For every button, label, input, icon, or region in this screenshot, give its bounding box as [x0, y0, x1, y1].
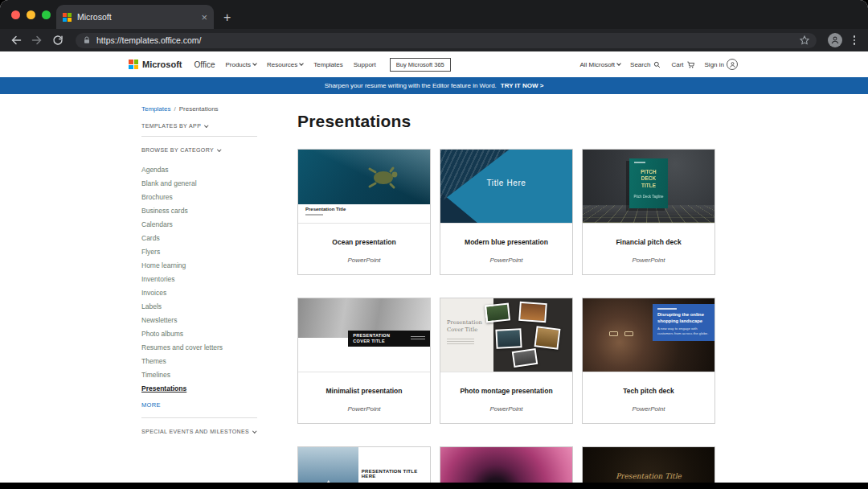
category-resumes-and-cover-letters[interactable]: Resumes and cover letters — [141, 341, 257, 355]
category-inventories[interactable]: Inventories — [141, 273, 257, 286]
address-bar[interactable]: https://templates.office.com/ — [76, 33, 817, 48]
slide-title: Disrupting the online shopping landscape — [657, 312, 710, 324]
nav-templates[interactable]: Templates — [313, 61, 342, 68]
template-card-partial-2[interactable]: Contoso — [440, 446, 573, 483]
nav-support[interactable]: Support — [354, 61, 376, 68]
slide-title: PRESENTATION COVER TITLE — [353, 333, 407, 344]
buy-microsoft-365-button[interactable]: Buy Microsoft 365 — [390, 58, 451, 72]
category-labels[interactable]: Labels — [141, 300, 257, 314]
slide-title: Presentation Cover Title — [447, 319, 485, 334]
nav-resources[interactable]: Resources — [267, 61, 303, 68]
slide-subtitle: A new way to engage with customers from … — [657, 327, 710, 336]
category-presentations-active[interactable]: Presentations — [141, 382, 257, 396]
template-card-financial-pitch-deck[interactable]: PITCH DECK TITLE Pitch Deck Tagline Fina… — [582, 149, 715, 275]
browser-window: Microsoft × + https://templates.office.c… — [0, 0, 868, 483]
slide-title: PRESENTATION TITLE HERE — [362, 469, 425, 479]
template-app: PowerPoint — [301, 405, 427, 413]
url-text[interactable]: https://templates.office.com/ — [96, 35, 794, 45]
chevron-down-icon — [217, 147, 221, 151]
cart-icon — [686, 60, 695, 69]
template-name: Financial pitch deck — [586, 238, 711, 246]
category-business-cards[interactable]: Business cards — [141, 204, 257, 218]
slide-title: PITCH DECK TITLE — [629, 169, 668, 189]
breadcrumb: Templates / Presentations — [141, 105, 257, 113]
category-brochures[interactable]: Brochures — [141, 191, 257, 204]
microsoft-home-link[interactable]: Microsoft — [129, 60, 182, 69]
category-themes[interactable]: Themes — [141, 355, 257, 368]
browser-menu-icon[interactable] — [850, 34, 859, 47]
template-card-tech-pitch-deck[interactable]: Disrupting the online shopping landscape… — [582, 298, 715, 424]
template-card-ocean[interactable]: Presentation Title Ocean presentation Po… — [297, 149, 431, 275]
window-controls — [11, 10, 51, 19]
template-card-photo-montage[interactable]: Presentation Cover Title Photo montage p… — [440, 298, 573, 424]
all-microsoft-menu[interactable]: All Microsoft — [579, 61, 620, 68]
template-app: PowerPoint — [444, 257, 569, 264]
category-timelines[interactable]: Timelines — [141, 368, 257, 382]
polaroid-photo — [512, 348, 538, 368]
lock-icon — [82, 35, 92, 45]
cart-button[interactable]: Cart — [671, 60, 694, 69]
template-app: PowerPoint — [586, 405, 711, 413]
template-card-minimalist[interactable]: PRESENTATION COVER TITLE Minimalist pres… — [297, 298, 431, 424]
category-blank-and-general[interactable]: Blank and general — [141, 177, 257, 191]
window-minimize-button[interactable] — [27, 10, 35, 19]
chevron-down-icon — [205, 123, 209, 127]
section-browse-by-category[interactable]: BROWSE BY CATEGORY — [141, 137, 257, 160]
microsoft-wordmark: Microsoft — [142, 60, 182, 69]
template-app: PowerPoint — [301, 257, 427, 264]
forward-icon[interactable] — [31, 34, 43, 47]
header-nav: Products Resources Templates Support Buy… — [225, 58, 450, 72]
thumbnail-tech: Disrupting the online shopping landscape… — [583, 298, 714, 372]
slide-subtitle: Pitch Deck Tagline — [629, 195, 668, 199]
breadcrumb-templates-link[interactable]: Templates — [141, 105, 170, 113]
main-area: Presentations Presentation Title — [297, 94, 717, 483]
web-page: Microsoft Office Products Resources Temp… — [0, 51, 868, 483]
refresh-icon[interactable] — [51, 34, 64, 47]
category-newsletters[interactable]: Newsletters — [141, 314, 257, 327]
turtle-graphic — [366, 166, 402, 190]
tab-close-icon[interactable]: × — [201, 12, 207, 23]
window-zoom-button[interactable] — [42, 10, 51, 19]
glasses-graphic — [609, 331, 618, 336]
browser-tab[interactable]: Microsoft × — [56, 5, 214, 29]
back-icon[interactable] — [10, 34, 23, 47]
more-link[interactable]: MORE — [141, 401, 161, 409]
thumbnail-dark-script: Presentation Title — [583, 447, 714, 483]
polaroid-photo — [495, 328, 522, 349]
section-templates-by-app[interactable]: TEMPLATES BY APP — [141, 113, 257, 136]
category-flyers[interactable]: Flyers — [141, 245, 257, 259]
chevron-down-icon — [252, 61, 257, 66]
account-button[interactable]: Sign in — [705, 59, 738, 70]
window-close-button[interactable] — [11, 10, 20, 19]
category-cards[interactable]: Cards — [141, 232, 257, 245]
category-home-learning[interactable]: Home learning — [141, 259, 257, 273]
thumbnail-financial: PITCH DECK TITLE Pitch Deck Tagline — [583, 150, 714, 224]
search-button[interactable]: Search — [630, 60, 661, 69]
breadcrumb-current: Presentations — [179, 105, 219, 113]
slide-title-strip: Presentation Title — [298, 204, 430, 223]
section-special-events[interactable]: SPECIAL EVENTS AND MILESTONES — [141, 418, 257, 442]
new-tab-button[interactable]: + — [223, 10, 231, 25]
browser-profile-avatar[interactable] — [828, 33, 842, 47]
template-app: PowerPoint — [444, 405, 569, 413]
promo-cta-link[interactable]: TRY IT NOW > — [501, 82, 544, 89]
bookmark-star-icon[interactable] — [799, 35, 810, 46]
office-label[interactable]: Office — [194, 60, 215, 69]
template-card-partial-1[interactable]: PRESENTATION TITLE HERE — [297, 446, 431, 483]
category-invoices[interactable]: Invoices — [141, 286, 257, 300]
template-card-modern-blue[interactable]: Title Here Modern blue presentation Powe… — [440, 149, 573, 275]
mountain-photo-graphic — [298, 447, 358, 483]
category-calendars[interactable]: Calendars — [141, 218, 257, 232]
page-title: Presentations — [297, 112, 717, 131]
promo-banner[interactable]: Sharpen your resume writing with the Edi… — [0, 77, 868, 94]
nav-products[interactable]: Products — [225, 61, 256, 68]
category-photo-albums[interactable]: Photo albums — [141, 327, 257, 341]
slide-title: Presentation Title — [305, 207, 430, 212]
template-name: Modern blue presentation — [444, 238, 569, 246]
template-app: PowerPoint — [586, 257, 711, 264]
category-agendas[interactable]: Agendas — [141, 163, 257, 177]
template-name: Ocean presentation — [301, 238, 427, 246]
template-card-partial-3[interactable]: Presentation Title — [582, 446, 715, 483]
template-name: Photo montage presentation — [444, 387, 569, 395]
tab-title: Microsoft — [77, 12, 195, 22]
